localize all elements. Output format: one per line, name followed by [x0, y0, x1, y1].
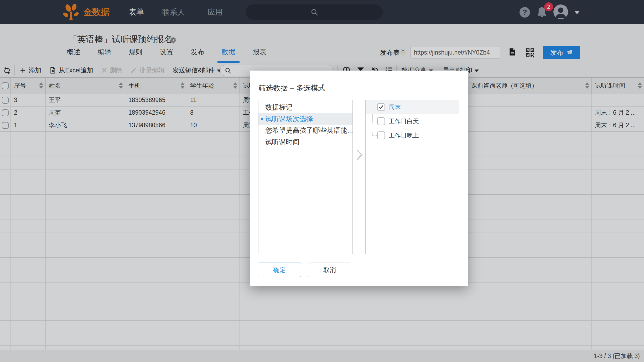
filter-field-item[interactable]: 数据标记 [258, 102, 352, 113]
option-label: 工作日白天 [389, 117, 419, 125]
chevron-right-icon [356, 149, 363, 160]
option-label: 工作日晚上 [389, 131, 419, 140]
confirm-button[interactable]: 确定 [258, 263, 301, 277]
filter-field-item[interactable]: 试听课时间 [258, 136, 352, 148]
filter-option-list: 周末工作日白天工作日晚上 [365, 100, 459, 254]
cancel-button[interactable]: 取消 [308, 263, 351, 277]
checkbox-checked[interactable] [377, 103, 385, 111]
filter-option-item[interactable]: 工作日白天 [366, 114, 459, 128]
checkbox-unchecked[interactable] [377, 131, 385, 139]
option-label: 周末 [389, 103, 401, 111]
dialog-title: 筛选数据 – 多选模式 [258, 83, 325, 93]
filter-field-item[interactable]: 试听课场次选择 [258, 113, 352, 125]
filter-field-list: 数据标记试听课场次选择您希望提高孩子哪些英语能...试听课时间 [258, 100, 353, 254]
filter-option-item[interactable]: 工作日晚上 [366, 128, 459, 142]
filter-data-dialog: 筛选数据 – 多选模式 数据标记试听课场次选择您希望提高孩子哪些英语能...试听… [250, 71, 468, 286]
filter-field-item[interactable]: 您希望提高孩子哪些英语能... [258, 125, 352, 136]
checkbox-unchecked[interactable] [377, 117, 385, 125]
filter-option-item[interactable]: 周末 [366, 100, 459, 114]
